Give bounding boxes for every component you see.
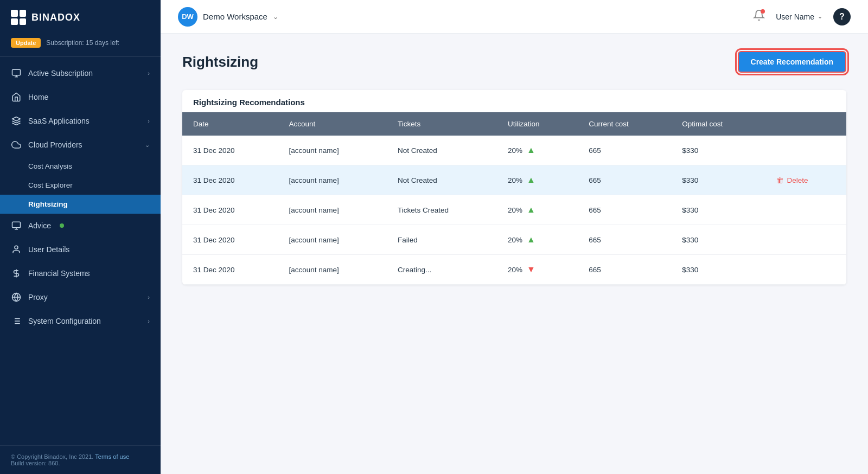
user-name: User Name [776,12,814,21]
sidebar-sub-item-label: Cost Analysis [28,162,72,170]
table-row: 31 Dec 2020 [account name] Not Created 2… [182,165,846,195]
trash-icon: 🗑 [776,176,784,184]
delete-button[interactable]: 🗑Delete [776,176,835,184]
delete-cell: 🗑Delete [765,165,846,195]
actions-cell [765,225,846,255]
cloud-icon [11,139,22,150]
utilization-cell: 20% ▲ [497,195,578,225]
col-tickets: Tickets [387,112,497,136]
date-cell: 31 Dec 2020 [182,255,278,285]
workspace-avatar: DW [178,7,197,27]
optimal-cost-cell: $330 [671,225,765,255]
utilization-cell: 20% ▲ [497,165,578,195]
sidebar-nav: Active Subscription › Home SaaS Applicat… [0,61,161,445]
table-row: 31 Dec 2020 [account name] Tickets Creat… [182,195,846,225]
logo-area: BINADOX [0,0,161,35]
user-chevron-icon: ⌄ [818,13,822,20]
subscription-text: Subscription: 15 days left [46,39,119,47]
workspace-chevron-icon: ⌄ [273,13,278,21]
actions-cell [765,255,846,285]
update-badge[interactable]: Update [11,38,41,48]
sidebar-sub-item-label: Cost Explorer [28,181,73,189]
sidebar-item-user-details[interactable]: User Details [0,238,161,261]
svg-rect-0 [12,69,21,75]
user-menu[interactable]: User Name ⌄ [776,12,822,21]
topbar-actions: User Name ⌄ ? [753,8,851,25]
sidebar-sub-item-label: Rightsizing [28,200,68,208]
config-icon [11,316,22,326]
user-icon [11,244,22,255]
page-title: Rightsizing [182,54,258,71]
table-body: 31 Dec 2020 [account name] Not Created 2… [182,136,846,285]
account-cell: [account name] [278,136,387,165]
advice-dot [60,223,64,228]
optimal-cost-cell: $330 [671,136,765,165]
sidebar-item-label: Financial Systems [28,269,90,278]
sidebar-item-label: System Configuration [28,317,101,325]
account-cell: [account name] [278,255,387,285]
util-value: 20% [508,236,522,244]
recommendations-table-container: Rightsizing Recomendations Date Account … [182,90,846,285]
sidebar-item-cost-analysis[interactable]: Cost Analysis [0,157,161,176]
optimal-cost-cell: $330 [671,195,765,225]
utilization-cell: 20% ▲ [497,136,578,165]
copyright-text: © Copyright Binadox, Inc 2021. [11,453,93,460]
sidebar-item-financial-systems[interactable]: Financial Systems [0,261,161,285]
main-content: DW Demo Workspace ⌄ User Name ⌄ ? Rights… [161,0,868,474]
utilization-cell: 20% ▲ [497,225,578,255]
section-title: Rightsizing Recomendations [182,90,846,112]
table-row: 31 Dec 2020 [account name] Failed 20% ▲ … [182,225,846,255]
table-header: Date Account Tickets Utilization Current… [182,112,846,136]
tickets-cell: Failed [387,225,497,255]
terms-link[interactable]: Terms of use [95,453,129,460]
sidebar-item-cloud-providers[interactable]: Cloud Providers ⌄ [0,133,161,157]
logo-grid-icon [11,10,26,25]
create-recommendation-button[interactable]: Create Recomendation [738,51,846,73]
table-row: 31 Dec 2020 [account name] Not Created 2… [182,136,846,165]
sidebar-item-system-configuration[interactable]: System Configuration › [0,309,161,333]
utilization-cell: 20% ▼ [497,255,578,285]
logo-text: BINADOX [31,12,80,23]
optimal-cost-cell: $330 [671,255,765,285]
sidebar-item-advice[interactable]: Advice [0,214,161,238]
arrow-down-icon: ▼ [527,265,535,274]
actions-cell [765,195,846,225]
sidebar-item-saas-applications[interactable]: SaaS Applications › [0,109,161,133]
sidebar-item-label: User Details [28,245,69,254]
date-cell: 31 Dec 2020 [182,195,278,225]
current-cost-cell: 665 [578,195,671,225]
col-utilization: Utilization [497,112,578,136]
help-button[interactable]: ? [833,8,851,25]
topbar: DW Demo Workspace ⌄ User Name ⌄ ? [161,0,868,34]
current-cost-cell: 665 [578,136,671,165]
chevron-right-icon: › [148,318,150,324]
current-cost-cell: 665 [578,165,671,195]
sidebar-item-label: Proxy [28,293,48,302]
proxy-icon [11,292,22,303]
col-current-cost: Current cost [578,112,671,136]
sidebar-item-active-subscription[interactable]: Active Subscription › [0,61,161,85]
sidebar: BINADOX Update Subscription: 15 days lef… [0,0,161,474]
sidebar-item-cost-explorer[interactable]: Cost Explorer [0,176,161,195]
subscription-icon [11,68,22,79]
sidebar-item-label: Home [28,93,48,101]
optimal-cost-cell: $330 [671,165,765,195]
sidebar-item-proxy[interactable]: Proxy › [0,285,161,309]
arrow-up-icon: ▲ [527,145,535,155]
advice-icon [11,220,22,231]
recommendations-table: Date Account Tickets Utilization Current… [182,112,846,285]
current-cost-cell: 665 [578,255,671,285]
date-cell: 31 Dec 2020 [182,136,278,165]
sidebar-item-label: Cloud Providers [28,140,82,149]
sidebar-item-label: Advice [28,221,51,230]
notification-button[interactable] [753,9,765,24]
workspace-selector[interactable]: DW Demo Workspace ⌄ [178,7,278,27]
sidebar-item-rightsizing[interactable]: Rightsizing [0,195,161,214]
sidebar-item-home[interactable]: Home [0,85,161,109]
tickets-cell: Tickets Created [387,195,497,225]
current-cost-cell: 665 [578,225,671,255]
subscription-area: Update Subscription: 15 days left [0,35,161,56]
tickets-cell: Not Created [387,136,497,165]
account-cell: [account name] [278,225,387,255]
tickets-cell: Creating... [387,255,497,285]
